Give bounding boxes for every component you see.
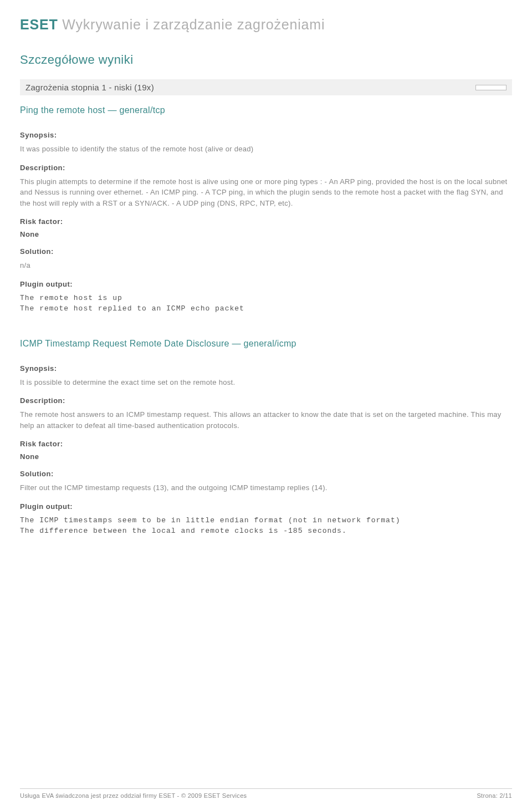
plugin1-description-label: Description: <box>20 164 512 172</box>
plugin2-risk-label: Risk factor: <box>20 440 512 448</box>
plugin1-solution: n/a <box>20 260 512 271</box>
plugin2-title: ICMP Timestamp Request Remote Date Discl… <box>20 339 512 349</box>
plugin2-output-label: Plugin output: <box>20 502 512 511</box>
plugin2-output-line2: The difference between the local and rem… <box>20 526 512 537</box>
plugin1-description: This plugin attempts to determine if the… <box>20 176 512 209</box>
plugin2-output-line1: The ICMP timestamps seem to be in little… <box>20 515 512 526</box>
plugin1-solution-label: Solution: <box>20 247 512 256</box>
plugin2-risk-value: None <box>20 452 512 461</box>
plugin1-risk-label: Risk factor: <box>20 217 512 226</box>
plugin1-output-label: Plugin output: <box>20 280 512 288</box>
footer-left: Usługa EVA świadczona jest przez oddział… <box>20 792 247 799</box>
plugin1-risk-value: None <box>20 230 512 238</box>
plugin1-title: Ping the remote host — general/tcp <box>20 105 512 115</box>
plugin1-output-line1: The remote host is up <box>20 293 512 304</box>
plugin2-synopsis-label: Synopsis: <box>20 364 512 373</box>
plugin2-solution-label: Solution: <box>20 470 512 478</box>
threat-heading-bar: Zagrożenia stopnia 1 - niski (19x) <box>20 79 512 95</box>
plugin2-solution: Filter out the ICMP timestamp requests (… <box>20 482 512 493</box>
section-title: Szczegółowe wyniki <box>20 53 512 67</box>
doc-header: ESET Wykrywanie i zarządzanie zagrożenia… <box>20 17 512 33</box>
footer: Usługa EVA świadczona jest przez oddział… <box>20 788 512 799</box>
plugin1-synopsis-label: Synopsis: <box>20 131 512 139</box>
brand: ESET <box>20 17 58 32</box>
plugin2-description: The remote host answers to an ICMP times… <box>20 409 512 431</box>
doc-title: Wykrywanie i zarządzanie zagrożeniami <box>62 17 325 32</box>
plugin2-description-label: Description: <box>20 396 512 405</box>
threat-gauge <box>475 85 507 90</box>
plugin1-synopsis: It was possible to identify the status o… <box>20 144 512 155</box>
threat-label: Zagrożenia stopnia 1 - niski (19x) <box>25 83 154 92</box>
plugin1-output-line2: The remote host replied to an ICMP echo … <box>20 303 512 314</box>
footer-right: Strona: 2/11 <box>477 792 512 799</box>
plugin2-synopsis: It is possible to determine the exact ti… <box>20 377 512 388</box>
